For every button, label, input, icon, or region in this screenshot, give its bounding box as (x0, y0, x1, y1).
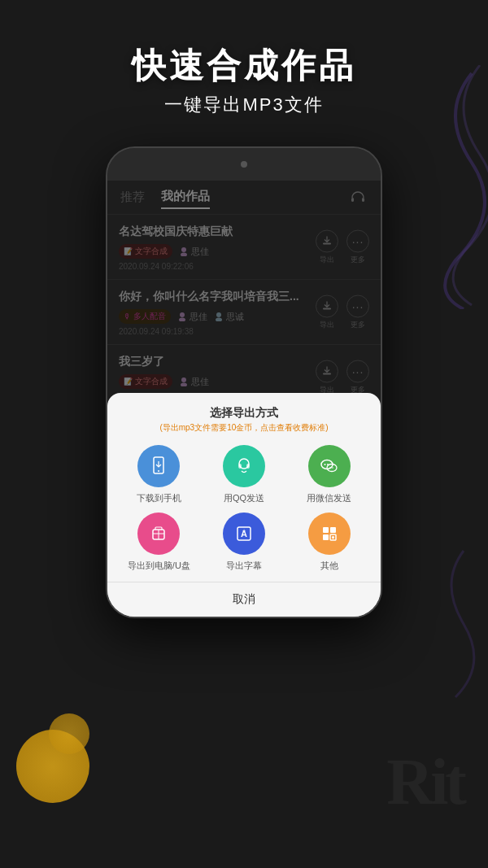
squiggle-bottom-right (431, 543, 480, 705)
sheet-icon-other[interactable]: 其他 (290, 513, 368, 572)
qq-label: 用QQ发送 (224, 492, 264, 504)
svg-point-21 (324, 464, 325, 465)
qq-icon (233, 455, 255, 478)
bottom-sheet-overlay: 选择导出方式 (导出mp3文件需要10金币，点击查看收费标准) 下载到手机 (107, 181, 381, 617)
sheet-icon-wechat[interactable]: 用微信发送 (290, 445, 368, 504)
svg-point-18 (241, 462, 242, 464)
gold-circle-small (49, 713, 89, 754)
download-label: 下载到手机 (137, 492, 181, 504)
phone-camera (241, 161, 247, 168)
cancel-button[interactable]: 取消 (107, 582, 381, 617)
svg-point-14 (158, 470, 159, 472)
phone-download-icon (147, 455, 170, 478)
subtitle-icon-circle: A + (223, 513, 265, 555)
header-section: 快速合成作品 一键导出MP3文件 (0, 0, 488, 163)
svg-text:+: + (242, 528, 246, 534)
svg-point-25 (332, 467, 333, 469)
pc-icon-circle (137, 513, 180, 555)
phone-mockup: 推荐 我的作品 名达驾校国庆特惠巨献 📝 文字合成 (106, 146, 382, 618)
svg-rect-34 (323, 534, 329, 540)
svg-point-17 (246, 464, 250, 469)
sheet-icon-subtitle[interactable]: A + 导出字幕 (206, 513, 283, 572)
phone-top-bar (107, 148, 381, 181)
svg-point-23 (327, 465, 337, 472)
sheet-title: 选择导出方式 (107, 406, 381, 421)
sheet-icon-download[interactable]: 下载到手机 (120, 445, 198, 504)
rit-decoration: Rit (386, 745, 464, 819)
subtitle-icon: A + (233, 522, 255, 545)
other-label: 其他 (320, 560, 338, 572)
sheet-icon-pc[interactable]: 导出到电脑/U盘 (120, 513, 198, 572)
wechat-icon (318, 455, 341, 478)
subtitle-label: 导出字幕 (226, 560, 262, 572)
sub-title: 一键导出MP3文件 (164, 93, 323, 117)
wechat-icon-circle (308, 445, 351, 487)
main-title: 快速合成作品 (132, 46, 356, 86)
sheet-icon-qq[interactable]: 用QQ发送 (206, 445, 283, 504)
bottom-sheet: 选择导出方式 (导出mp3文件需要10金币，点击查看收费标准) 下载到手机 (107, 393, 381, 617)
luggage-icon (147, 522, 170, 545)
gold-circle-large (16, 730, 89, 803)
svg-point-24 (329, 467, 331, 469)
other-icon (318, 522, 341, 545)
wechat-label: 用微信发送 (307, 492, 351, 504)
other-icon-circle (308, 513, 351, 555)
sheet-subtitle: (导出mp3文件需要10金币，点击查看收费标准) (107, 422, 381, 434)
qq-icon-circle (223, 445, 265, 487)
svg-rect-33 (330, 527, 336, 533)
download-icon-circle (137, 445, 180, 487)
pc-label: 导出到电脑/U盘 (128, 560, 190, 572)
sheet-icons-grid: 下载到手机 (107, 445, 381, 582)
svg-point-19 (245, 462, 246, 464)
svg-rect-32 (323, 527, 329, 533)
svg-point-16 (238, 464, 242, 469)
phone-screen: 推荐 我的作品 名达驾校国庆特惠巨献 📝 文字合成 (107, 181, 381, 617)
